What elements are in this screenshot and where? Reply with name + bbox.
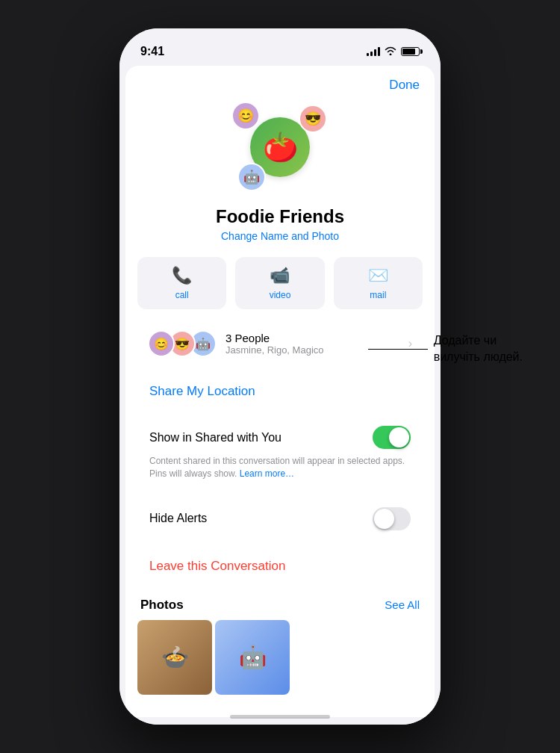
photos-header: Photos See All <box>137 592 423 620</box>
share-location-card: Share My Location <box>137 374 423 409</box>
photos-title: Photos <box>140 598 184 613</box>
home-indicator <box>230 715 330 719</box>
leave-conversation-card[interactable]: Leave this Conversation <box>137 548 423 584</box>
details-sheet: Done 🍅 😊 😎 🤖 Foodie Friends Change Name … <box>125 66 435 717</box>
video-button[interactable]: 📹 video <box>235 257 324 309</box>
status-icons <box>367 46 420 58</box>
member-avatar-3: 🤖 <box>237 163 266 191</box>
hide-alerts-card: Hide Alerts <box>137 497 423 541</box>
call-button[interactable]: 📞 call <box>137 257 226 309</box>
video-label: video <box>270 290 291 300</box>
group-name: Foodie Friends <box>216 206 344 227</box>
share-location-text: Share My Location <box>149 384 255 398</box>
shared-with-you-card: Show in Shared with You Content shared i… <box>137 417 423 489</box>
share-location-row[interactable]: Share My Location <box>137 374 423 409</box>
member-avatar-1: 😊 <box>231 102 260 130</box>
wifi-icon <box>385 46 396 58</box>
video-icon: 📹 <box>270 266 290 285</box>
toggle-knob <box>389 427 409 447</box>
status-time: 9:41 <box>140 45 164 58</box>
shared-with-you-description: Content shared in this conversation will… <box>149 455 411 480</box>
photo-thumb-1[interactable]: 🍲 <box>137 620 212 695</box>
mail-label: mail <box>370 290 386 300</box>
signal-icon <box>367 47 380 56</box>
content-area: Done 🍅 😊 😎 🤖 Foodie Friends Change Name … <box>119 66 441 725</box>
call-icon: 📞 <box>172 266 192 285</box>
annotation-callout: Додайте чи вилучіть людей. <box>368 332 523 366</box>
mail-button[interactable]: ✉️ mail <box>334 257 423 309</box>
person-photo: 🤖 <box>215 620 290 695</box>
status-bar: 9:41 <box>119 28 441 66</box>
leave-conversation-text: Leave this Conversation <box>149 559 285 573</box>
annotation-text: Додайте чи вилучіть людей. <box>434 332 523 366</box>
hide-alerts-toggle-knob <box>374 509 394 529</box>
see-all-button[interactable]: See All <box>385 598 420 611</box>
battery-icon <box>401 47 420 56</box>
action-buttons-row: 📞 call 📹 video ✉️ mail <box>137 257 423 309</box>
group-avatar-section: 🍅 😊 😎 🤖 Foodie Friends Change Name and P… <box>125 99 435 257</box>
hide-alerts-toggle[interactable] <box>373 507 411 530</box>
header-bar: Done <box>125 66 435 99</box>
photos-grid: 🍲 🤖 <box>137 620 423 695</box>
food-photo: 🍲 <box>137 620 212 695</box>
call-label: call <box>175 290 189 300</box>
mail-icon: ✉️ <box>368 266 388 285</box>
annotation-line <box>368 349 428 350</box>
people-avatar-1: 😊 <box>148 330 175 357</box>
people-avatars: 😊 😎 🤖 <box>148 330 217 357</box>
shared-with-you-row: Show in Shared with You <box>149 426 411 449</box>
hide-alerts-label: Hide Alerts <box>149 512 207 525</box>
member-avatar-2: 😎 <box>299 105 327 133</box>
done-button[interactable]: Done <box>389 78 420 93</box>
change-name-link[interactable]: Change Name and Photo <box>221 230 339 242</box>
shared-with-you-toggle[interactable] <box>373 426 411 449</box>
avatar-cluster: 🍅 😊 😎 🤖 <box>231 99 329 196</box>
photos-section: Photos See All 🍲 🤖 <box>137 592 423 695</box>
photo-thumb-2[interactable]: 🤖 <box>215 620 290 695</box>
learn-more-link[interactable]: Learn more… <box>240 468 294 479</box>
shared-with-you-label: Show in Shared with You <box>149 431 281 444</box>
